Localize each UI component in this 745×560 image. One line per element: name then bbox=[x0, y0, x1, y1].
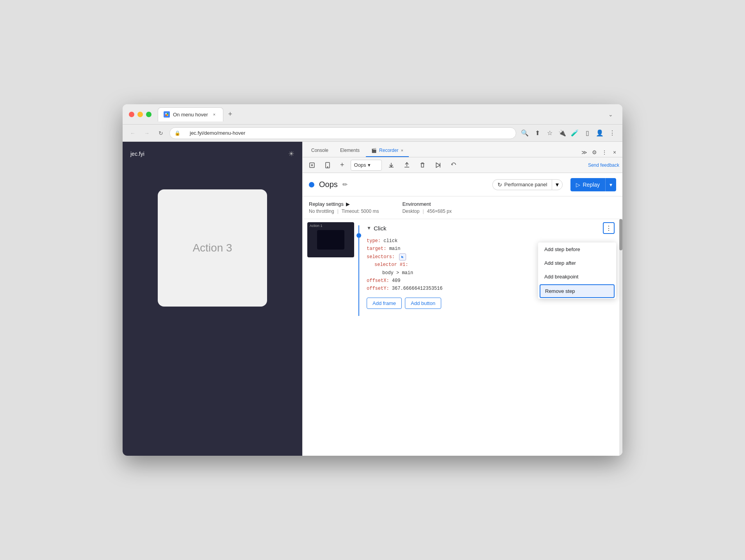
replay-dropdown-button[interactable]: ▾ bbox=[605, 178, 616, 191]
steps-area: Action 1 ▼ Click bbox=[303, 219, 622, 456]
devtools-tab-icons: ≫ ⚙ ⋮ × bbox=[579, 148, 619, 157]
devtools-panel: Console Elements 🎬 Recorder × ≫ ⚙ ⋮ × bbox=[302, 142, 622, 456]
share-icon[interactable]: ⬆ bbox=[532, 128, 543, 139]
svg-point-3 bbox=[327, 166, 328, 167]
bookmark-icon[interactable]: ☆ bbox=[544, 128, 555, 139]
recorder-close-icon[interactable]: × bbox=[401, 148, 403, 153]
offsety-value: 367.66666412353516 bbox=[392, 286, 443, 291]
address-input[interactable]: 🔒 jec.fyi/demo/menu-hover bbox=[169, 127, 516, 139]
more-tabs-button[interactable]: ≫ bbox=[579, 148, 589, 157]
selector1-value: body > main bbox=[382, 270, 413, 276]
edit-title-icon[interactable]: ✏ bbox=[342, 181, 348, 188]
page-header: jec.fyi ☀ bbox=[130, 150, 294, 158]
recording-name: Oops bbox=[354, 162, 366, 168]
settings-button[interactable]: ⚙ bbox=[590, 148, 599, 157]
replay-settings-expand-icon: ▶ bbox=[346, 201, 350, 207]
browser-window: On menu hover × + ⌄ ← → ↻ 🔒 jec.fyi/demo… bbox=[123, 104, 622, 456]
step-menu-button[interactable]: ⋮ bbox=[603, 222, 615, 234]
inspect-mode-button[interactable] bbox=[306, 160, 318, 171]
step-timeline bbox=[354, 222, 364, 316]
svg-marker-4 bbox=[436, 163, 440, 168]
profile-icon[interactable]: 👤 bbox=[594, 128, 605, 139]
thumbnail-preview bbox=[317, 230, 344, 250]
devtools-tabbar: Console Elements 🎬 Recorder × ≫ ⚙ ⋮ × bbox=[303, 142, 622, 157]
action-card-label: Action 3 bbox=[192, 242, 232, 254]
tab-elements[interactable]: Elements bbox=[335, 144, 365, 157]
send-feedback-link[interactable]: Send feedback bbox=[588, 162, 619, 168]
step-name: Click bbox=[374, 225, 387, 232]
replay-settings-details: No throttling | Timeout: 5000 ms bbox=[309, 209, 379, 214]
environment-details: Desktop | 456×685 px bbox=[402, 209, 451, 214]
recording-dropdown[interactable]: Oops ▾ bbox=[351, 160, 382, 171]
target-key: target: bbox=[367, 246, 386, 251]
context-menu-item-add-breakpoint[interactable]: Add breakpoint bbox=[538, 270, 616, 284]
window-menu-button[interactable]: ⌄ bbox=[605, 109, 616, 120]
tab-bar: On menu hover × + bbox=[158, 107, 602, 121]
tab-console[interactable]: Console bbox=[306, 144, 334, 157]
step-action-buttons: Add frame Add button bbox=[367, 298, 615, 309]
step-header: ▼ Click ⋮ bbox=[367, 222, 615, 234]
sidebar-icon[interactable]: ▯ bbox=[582, 128, 593, 139]
add-button-button[interactable]: Add button bbox=[405, 298, 441, 309]
performance-panel-button[interactable]: ↻ Performance panel bbox=[492, 179, 552, 190]
action-card: Action 3 bbox=[158, 189, 267, 307]
browser-tab[interactable]: On menu hover × bbox=[158, 107, 223, 121]
replay-icon: ▷ bbox=[576, 182, 580, 188]
close-traffic-light[interactable] bbox=[129, 112, 134, 117]
perf-panel-sync-icon: ↻ bbox=[497, 182, 502, 188]
sun-icon[interactable]: ☀ bbox=[288, 150, 294, 158]
device-mode-button[interactable] bbox=[321, 160, 334, 171]
timeout-label: Timeout: 5000 ms bbox=[342, 209, 379, 214]
context-menu-item-add-before[interactable]: Add step before bbox=[538, 243, 616, 256]
forward-button[interactable]: → bbox=[141, 128, 152, 139]
traffic-lights bbox=[129, 112, 151, 117]
selectors-key: selectors: bbox=[367, 254, 395, 260]
import-recording-button[interactable] bbox=[401, 160, 413, 171]
replay-settings-title[interactable]: Replay settings ▶ bbox=[309, 201, 379, 207]
replay-settings-group: Replay settings ▶ No throttling | Timeou… bbox=[309, 201, 379, 214]
add-frame-button[interactable]: Add frame bbox=[367, 298, 402, 309]
scrollbar-thumb[interactable] bbox=[619, 219, 622, 250]
performance-panel-group: ↻ Performance panel ▾ bbox=[492, 179, 563, 190]
throttling-label: No throttling bbox=[309, 209, 334, 214]
devtools-close-button[interactable]: × bbox=[610, 148, 619, 157]
timeline-dot bbox=[356, 233, 361, 238]
scrollbar-track bbox=[619, 219, 622, 456]
context-menu-item-add-after[interactable]: Add step after bbox=[538, 256, 616, 270]
export-recording-button[interactable] bbox=[385, 160, 397, 171]
perf-panel-label: Performance panel bbox=[504, 182, 547, 187]
more-icon[interactable]: ⋮ bbox=[607, 128, 618, 139]
timeline-line-top bbox=[358, 225, 359, 233]
address-bar: ← → ↻ 🔒 jec.fyi/demo/menu-hover 🔍 ⬆ ☆ 🔌 … bbox=[123, 125, 622, 142]
undo-button[interactable] bbox=[447, 160, 460, 171]
refresh-button[interactable]: ↻ bbox=[155, 128, 166, 139]
env-value: Desktop bbox=[402, 209, 419, 214]
experiment-icon[interactable]: 🧪 bbox=[569, 128, 580, 139]
minimize-traffic-light[interactable] bbox=[137, 112, 143, 117]
replay-button[interactable]: ▷ Replay bbox=[570, 178, 605, 191]
back-button[interactable]: ← bbox=[127, 128, 138, 139]
env-size: 456×685 px bbox=[427, 209, 452, 214]
new-tab-button[interactable]: + bbox=[225, 109, 236, 120]
delete-recording-button[interactable] bbox=[416, 160, 429, 171]
address-url: jec.fyi/demo/menu-hover bbox=[182, 130, 511, 136]
replay-label: Replay bbox=[583, 182, 600, 188]
tab-close-button[interactable]: × bbox=[211, 111, 217, 118]
selector-cursor-icon[interactable] bbox=[399, 253, 406, 260]
perf-dropdown-icon: ▾ bbox=[556, 181, 559, 188]
step-menu-icon: ⋮ bbox=[606, 225, 612, 232]
search-icon[interactable]: 🔍 bbox=[519, 128, 530, 139]
maximize-traffic-light[interactable] bbox=[146, 112, 151, 117]
recording-indicator bbox=[309, 182, 314, 187]
tab-recorder[interactable]: 🎬 Recorder × bbox=[366, 144, 409, 157]
add-recording-button[interactable]: + bbox=[337, 160, 348, 171]
context-menu-item-remove-step[interactable]: Remove step bbox=[540, 284, 615, 298]
extensions-icon[interactable]: 🔌 bbox=[557, 128, 568, 139]
slow-replay-button[interactable] bbox=[432, 160, 444, 171]
step-expand-icon[interactable]: ▼ bbox=[367, 225, 371, 231]
recorder-icon: 🎬 bbox=[371, 148, 377, 153]
tab-title: On menu hover bbox=[173, 112, 208, 118]
perf-panel-dropdown-button[interactable]: ▾ bbox=[552, 179, 563, 190]
devtools-more-button[interactable]: ⋮ bbox=[600, 148, 609, 157]
context-menu: Add step before Add step after Add break… bbox=[538, 243, 616, 299]
